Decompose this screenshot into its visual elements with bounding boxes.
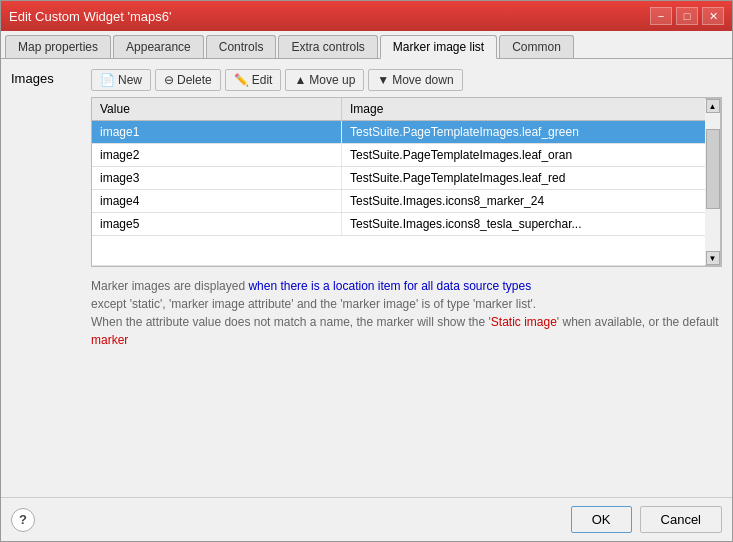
move-up-icon: ▲ <box>294 73 306 87</box>
tab-controls[interactable]: Controls <box>206 35 277 58</box>
new-icon: 📄 <box>100 73 115 87</box>
info-text-part2: except 'static', 'marker image attribute… <box>91 297 536 311</box>
cell-image: TestSuite.Images.icons8_marker_24 <box>342 190 705 212</box>
new-label: New <box>118 73 142 87</box>
move-up-label: Move up <box>309 73 355 87</box>
column-value-header: Value <box>92 98 342 120</box>
cancel-button[interactable]: Cancel <box>640 506 722 533</box>
tab-appearance[interactable]: Appearance <box>113 35 204 58</box>
images-label: Images <box>11 69 81 487</box>
cell-image: TestSuite.Images.icons8_tesla_superchar.… <box>342 213 705 235</box>
edit-icon: ✏️ <box>234 73 249 87</box>
dialog-window: Edit Custom Widget 'maps6' − □ ✕ Map pro… <box>0 0 733 542</box>
info-marker: marker <box>91 333 128 347</box>
cell-value: image3 <box>92 167 342 189</box>
cell-value: image5 <box>92 213 342 235</box>
move-up-button[interactable]: ▲ Move up <box>285 69 364 91</box>
info-text-highlight: when there is a location item for all da… <box>248 279 531 293</box>
table-row[interactable]: image1 TestSuite.PageTemplateImages.leaf… <box>92 121 705 144</box>
edit-label: Edit <box>252 73 273 87</box>
table-empty-row <box>92 236 705 266</box>
new-button[interactable]: 📄 New <box>91 69 151 91</box>
tab-map-properties[interactable]: Map properties <box>5 35 111 58</box>
window-controls: − □ ✕ <box>650 7 724 25</box>
title-bar: Edit Custom Widget 'maps6' − □ ✕ <box>1 1 732 31</box>
move-down-label: Move down <box>392 73 453 87</box>
tab-extra-controls[interactable]: Extra controls <box>278 35 377 58</box>
table-row[interactable]: image2 TestSuite.PageTemplateImages.leaf… <box>92 144 705 167</box>
cell-value: image1 <box>92 121 342 143</box>
content-area: Images 📄 New ⊖ Delete ✏️ Edit <box>1 59 732 497</box>
right-panel: 📄 New ⊖ Delete ✏️ Edit ▲ Move up <box>91 69 722 487</box>
edit-button[interactable]: ✏️ Edit <box>225 69 282 91</box>
tab-marker-image-list[interactable]: Marker image list <box>380 35 497 59</box>
close-button[interactable]: ✕ <box>702 7 724 25</box>
cell-value: image4 <box>92 190 342 212</box>
vertical-scrollbar[interactable]: ▲ ▼ <box>705 98 721 266</box>
cell-image: TestSuite.PageTemplateImages.leaf_red <box>342 167 705 189</box>
ok-button[interactable]: OK <box>571 506 632 533</box>
info-text-part1: Marker images are displayed <box>91 279 248 293</box>
cell-value: image2 <box>92 144 342 166</box>
cell-image: TestSuite.PageTemplateImages.leaf_oran <box>342 144 705 166</box>
table-scroll: Value Image image1 TestSuite.PageTemplat… <box>92 98 705 266</box>
minimize-button[interactable]: − <box>650 7 672 25</box>
table-header: Value Image <box>92 98 705 121</box>
content-inner: Images 📄 New ⊖ Delete ✏️ Edit <box>11 69 722 487</box>
toolbar: 📄 New ⊖ Delete ✏️ Edit ▲ Move up <box>91 69 722 91</box>
tab-bar: Map properties Appearance Controls Extra… <box>1 31 732 59</box>
maximize-button[interactable]: □ <box>676 7 698 25</box>
help-button[interactable]: ? <box>11 508 35 532</box>
footer: ? OK Cancel <box>1 497 732 541</box>
cell-image: TestSuite.PageTemplateImages.leaf_green <box>342 121 705 143</box>
scroll-up-button[interactable]: ▲ <box>706 99 720 113</box>
table-wrapper: Value Image image1 TestSuite.PageTemplat… <box>91 97 722 267</box>
tab-common[interactable]: Common <box>499 35 574 58</box>
window-title: Edit Custom Widget 'maps6' <box>9 9 171 24</box>
scroll-down-button[interactable]: ▼ <box>706 251 720 265</box>
delete-button[interactable]: ⊖ Delete <box>155 69 221 91</box>
delete-label: Delete <box>177 73 212 87</box>
info-static-image: Static image <box>491 315 557 329</box>
column-image-header: Image <box>342 98 705 120</box>
move-down-icon: ▼ <box>377 73 389 87</box>
info-text-part4: ' when available, or the default <box>557 315 719 329</box>
table-row[interactable]: image5 TestSuite.Images.icons8_tesla_sup… <box>92 213 705 236</box>
info-text-part3: When the attribute value does not match … <box>91 315 491 329</box>
move-down-button[interactable]: ▼ Move down <box>368 69 462 91</box>
table-row[interactable]: image3 TestSuite.PageTemplateImages.leaf… <box>92 167 705 190</box>
footer-buttons: OK Cancel <box>571 506 722 533</box>
scroll-thumb[interactable] <box>706 129 720 209</box>
info-text: Marker images are displayed when there i… <box>91 277 722 349</box>
delete-icon: ⊖ <box>164 73 174 87</box>
table-row[interactable]: image4 TestSuite.Images.icons8_marker_24 <box>92 190 705 213</box>
